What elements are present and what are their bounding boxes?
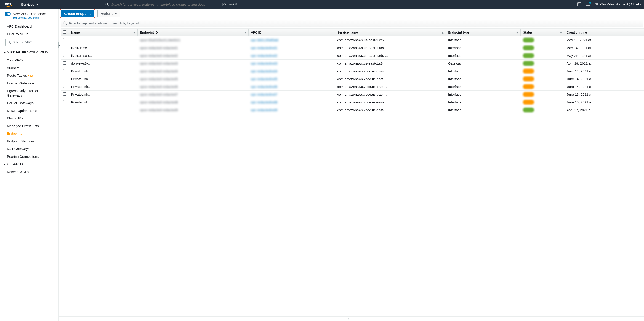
aws-logo[interactable]: aws [4, 1, 12, 7]
sidebar: New VPC Experience Tell us what you thin… [0, 9, 58, 321]
experience-toggle[interactable] [4, 12, 10, 16]
table-row[interactable]: fivetran-se-...vpce-redacted-redacted1vp… [61, 44, 644, 52]
filter-input[interactable]: Filter by tags and attributes or search … [61, 19, 643, 27]
cell-name: PrivateLink... [69, 67, 138, 75]
services-label: Services [21, 2, 34, 6]
create-endpoint-button[interactable]: Create Endpoint [61, 9, 94, 17]
sidebar-vpc-dashboard[interactable]: VPC Dashboard [0, 22, 58, 30]
header-service-name[interactable]: Service name▴ [335, 28, 446, 36]
row-checkbox[interactable] [61, 44, 69, 52]
cell-vpc-id[interactable]: vpc-redactedred2 [248, 52, 335, 60]
sidebar-section-vpc[interactable]: ▼ VIRTUAL PRIVATE CLOUD [0, 49, 58, 56]
table-row[interactable]: vpce-05a532bc0118e0021vpc-0b511f0df3ddco… [61, 36, 644, 44]
table-row[interactable]: PrivateLink...vpce-redacted-redacted4vpc… [61, 67, 644, 75]
sidebar-item-endpoint-services[interactable]: Endpoint Services [0, 137, 58, 145]
header-endpoint-type[interactable]: Endpoint type▾ [446, 28, 520, 36]
cell-service-name: com.amazonaws.vpce.us-east-... [335, 67, 446, 75]
sidebar-item-dhcp-options-sets[interactable]: DHCP Options Sets [0, 107, 58, 115]
sidebar-item-route-tables[interactable]: Route TablesNew [0, 72, 58, 79]
table-row[interactable]: donkey-s3-...vpce-redacted-redacted3vpc-… [61, 60, 644, 67]
sidebar-item-network-acls[interactable]: Network ACLs [0, 168, 58, 176]
global-search[interactable]: [Option+S] [103, 1, 240, 8]
status-badge [523, 53, 534, 58]
cell-status [520, 75, 564, 83]
search-input[interactable] [111, 2, 222, 6]
row-checkbox[interactable] [61, 36, 69, 44]
cell-vpc-id[interactable]: vpc-redactedred9 [248, 106, 335, 114]
cell-endpoint-type: Interface [446, 52, 520, 60]
table-row[interactable]: vpce-redacted-redacted9vpc-redactedred9c… [61, 106, 644, 114]
table-row[interactable]: fivetran-se-r...vpce-redacted-redacted2v… [61, 52, 644, 60]
header-endpoint-id[interactable]: Endpoint ID▾ [138, 28, 248, 36]
sidebar-collapse-handle[interactable] [58, 42, 61, 48]
sidebar-item-nat-gateways[interactable]: NAT Gateways [0, 145, 58, 153]
table-row[interactable]: PrivateLink...vpce-redacted-redacted7vpc… [61, 91, 644, 98]
sort-icon: ▾ [516, 30, 518, 34]
cell-vpc-id[interactable]: vpc-redactedred1 [248, 44, 335, 52]
cell-service-name: com.amazonaws.vpce.us-east-... [335, 98, 446, 106]
header-creation-time[interactable]: Creation time [564, 28, 644, 36]
filter-bar: Filter by tags and attributes or search … [61, 19, 643, 27]
cell-creation-time: April 27, 2021 at [564, 106, 644, 114]
endpoints-table-wrap[interactable]: Name▾ Endpoint ID▾ VPC ID Service name▴ … [61, 28, 644, 317]
endpoints-table: Name▾ Endpoint ID▾ VPC ID Service name▴ … [61, 28, 644, 114]
header-status[interactable]: Status▾ [520, 28, 564, 36]
row-checkbox[interactable] [61, 98, 69, 106]
sidebar-item-peering-connections[interactable]: Peering Connections [0, 153, 58, 160]
header-name[interactable]: Name▾ [69, 28, 138, 36]
sidebar-item-endpoints[interactable]: Endpoints [0, 130, 58, 137]
cell-vpc-id[interactable]: vpc-redactedred7 [248, 91, 335, 98]
vpc-filter-select[interactable]: Select a VPC [6, 38, 52, 46]
section-security-label: SECURITY [7, 162, 24, 166]
sidebar-item-subnets[interactable]: Subnets [0, 64, 58, 72]
table-row[interactable]: PrivateLink...vpce-redacted-redacted5vpc… [61, 75, 644, 83]
cell-endpoint-id: vpce-redacted-redacted6 [138, 83, 248, 91]
table-row[interactable]: PrivateLink...vpce-redacted-redacted6vpc… [61, 83, 644, 91]
cell-creation-time: June 16, 2021 a [564, 91, 644, 98]
row-checkbox[interactable] [61, 52, 69, 60]
cell-name: PrivateLink... [69, 98, 138, 106]
search-icon [63, 21, 67, 25]
row-checkbox[interactable] [61, 91, 69, 98]
actions-button[interactable]: Actions [97, 9, 120, 17]
cloudshell-icon[interactable] [577, 2, 582, 6]
cell-status [520, 44, 564, 52]
row-checkbox[interactable] [61, 67, 69, 75]
row-checkbox[interactable] [61, 60, 69, 67]
cell-endpoint-id: vpce-redacted-redacted5 [138, 75, 248, 83]
sidebar-item-internet-gateways[interactable]: Internet Gateways [0, 79, 58, 87]
experience-label: New VPC Experience [13, 12, 46, 16]
sidebar-item-your-vpcs[interactable]: Your VPCs [0, 56, 58, 64]
sidebar-item-elastic-ips[interactable]: Elastic IPs [0, 114, 58, 122]
table-row[interactable]: PrivateLink...vpce-redacted-redacted8vpc… [61, 98, 644, 106]
notifications-icon[interactable] [586, 2, 590, 6]
cell-service-name: com.amazonaws.us-east-1.rds [335, 44, 446, 52]
sidebar-item-egress-only-internet-gateways[interactable]: Egress Only Internet Gateways [0, 87, 58, 99]
cell-vpc-id[interactable]: vpc-redactedred8 [248, 98, 335, 106]
row-checkbox[interactable] [61, 83, 69, 91]
caret-down-icon: ▼ [36, 2, 39, 6]
row-checkbox[interactable] [61, 75, 69, 83]
cell-vpc-id[interactable]: vpc-redactedred6 [248, 83, 335, 91]
row-checkbox[interactable] [61, 106, 69, 114]
sidebar-item-managed-prefix-lists[interactable]: Managed Prefix Lists [0, 122, 58, 130]
header-vpc-id[interactable]: VPC ID [248, 28, 335, 36]
cell-vpc-id[interactable]: vpc-0b511f0df3dd [248, 36, 335, 44]
feedback-link[interactable]: Tell us what you think [13, 16, 58, 19]
header-checkbox[interactable] [61, 28, 69, 36]
cell-endpoint-type: Interface [446, 75, 520, 83]
cell-vpc-id[interactable]: vpc-redactedred5 [248, 75, 335, 83]
pane-resize-handle[interactable]: ● ● ● [58, 317, 644, 321]
cell-endpoint-type: Interface [446, 83, 520, 91]
main-content: Create Endpoint Actions Filter by tags a… [58, 9, 644, 321]
services-menu[interactable]: Services ▼ [21, 2, 39, 6]
sidebar-item-carrier-gateways[interactable]: Carrier Gateways [0, 99, 58, 107]
sidebar-section-security[interactable]: ▼ SECURITY [0, 160, 58, 168]
account-menu[interactable]: OktaTestAdmin/kamaljit @ fivetra [595, 2, 642, 6]
cell-name [69, 36, 138, 44]
svg-line-5 [10, 43, 10, 44]
cell-vpc-id[interactable]: vpc-redactedred3 [248, 60, 335, 67]
status-badge [523, 107, 534, 112]
cell-name: PrivateLink... [69, 75, 138, 83]
cell-vpc-id[interactable]: vpc-redactedred4 [248, 67, 335, 75]
